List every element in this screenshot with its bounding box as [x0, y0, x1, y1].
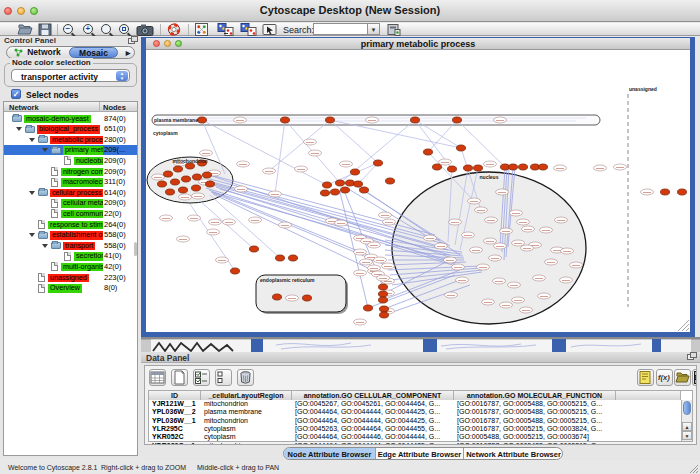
tree-row-label[interactable]: macromolecule — [61, 178, 103, 187]
network-node[interactable] — [341, 187, 350, 193]
network-node[interactable] — [519, 164, 528, 170]
import-table-icon[interactable] — [674, 369, 691, 386]
table-cell[interactable]: cytoplasm — [201, 433, 292, 441]
network-node[interactable] — [360, 187, 369, 193]
zoom-fit-icon[interactable] — [119, 24, 129, 34]
network-node[interactable] — [380, 312, 389, 318]
network-node[interactable] — [379, 284, 388, 290]
scroll-down-icon[interactable]: ▼ — [682, 431, 692, 440]
network-node[interactable] — [386, 178, 395, 184]
network-node[interactable] — [158, 181, 167, 187]
table-cell[interactable]: [GO:0045267, GO:0045261, GO:0044464, G..… — [292, 400, 454, 408]
tab-network[interactable]: Network — [11, 47, 67, 58]
tree-row-label[interactable]: cellular process — [50, 189, 103, 198]
network-node[interactable] — [379, 291, 388, 297]
table-cell[interactable]: [GO:0005488, GO:0005215, GO:0003674] — [454, 433, 616, 441]
network-node[interactable] — [289, 255, 298, 261]
network-node[interactable] — [164, 171, 173, 177]
table-cell[interactable]: YDR039C__1 — [149, 442, 201, 446]
tree-row[interactable]: establishment of lo558(0) — [4, 230, 137, 241]
tree-row-label[interactable]: nucleobase- — [74, 157, 103, 166]
network-node[interactable] — [198, 117, 207, 123]
tree-row[interactable]: macromolecule311(0) — [4, 177, 137, 188]
import-attributes-icon[interactable] — [386, 23, 401, 36]
table-cell[interactable]: [GO:0016787, GO:0005488, GO:0005215, G..… — [454, 442, 616, 446]
network-node[interactable] — [166, 189, 175, 195]
table-cell[interactable]: YKR052C — [149, 433, 201, 441]
network-node[interactable] — [193, 174, 202, 180]
copy-layout-icon[interactable] — [217, 23, 234, 36]
network-overview-icon[interactable] — [195, 23, 208, 36]
function-builder-icon[interactable]: f(x) — [656, 369, 673, 386]
tree-row[interactable]: primary metabo209(... — [4, 145, 137, 156]
search-dropdown-arrow[interactable]: ▼ — [368, 23, 380, 35]
table-cell[interactable]: [GO:0016787, GO:0005215, GO:0003824, G..… — [454, 425, 616, 433]
tab-mosaic[interactable]: Mosaic — [69, 47, 118, 58]
table-cell[interactable]: YPL036W__2 — [149, 408, 201, 416]
network-node[interactable] — [539, 164, 548, 170]
network-node[interactable] — [323, 182, 332, 188]
select-attributes-icon[interactable] — [193, 369, 210, 386]
network-node[interactable] — [424, 149, 433, 155]
attribute-select-icon[interactable] — [149, 369, 166, 386]
tab-edge-attribute-browser[interactable]: Edge Attribute Browser — [376, 448, 464, 460]
tree-row[interactable]: multi-organism pro42(0) — [4, 261, 137, 272]
tree-row-label[interactable]: transport — [63, 242, 95, 251]
tree-row-label[interactable]: biological_process — [37, 125, 100, 134]
tree-row[interactable]: biological_process651(0) — [4, 124, 137, 135]
table-cell[interactable]: mitochondrion — [201, 400, 292, 408]
window-resize-grip[interactable] — [688, 463, 698, 473]
select-nodes-checkbox[interactable]: ✓ — [11, 89, 21, 99]
select-mode-icon[interactable] — [262, 23, 277, 36]
tree-expander-icon[interactable] — [29, 233, 35, 237]
table-cell[interactable]: [GO:0045263, GO:0044464, GO:0044455, G..… — [292, 425, 454, 433]
network-node[interactable] — [379, 297, 388, 303]
table-cell[interactable]: mitochondrion — [201, 417, 292, 425]
network-node[interactable] — [351, 169, 360, 175]
network-node[interactable] — [273, 294, 282, 300]
snapshot-camera-icon[interactable] — [136, 23, 154, 36]
network-node[interactable] — [326, 117, 335, 123]
float-panel-icon[interactable] — [128, 38, 135, 44]
save-icon[interactable] — [38, 23, 52, 36]
table-column-header[interactable]: _cellularLayoutRegion — [201, 391, 292, 400]
tree-row-label[interactable]: mosaic-demo-yeast — [24, 115, 91, 124]
table-scrollbar[interactable]: ▲▼ — [681, 400, 692, 441]
tree-row-label[interactable]: multi-organism pro — [61, 263, 103, 272]
table-cell[interactable]: YLR295C — [149, 425, 201, 433]
tree-row[interactable]: Overview8(0) — [4, 283, 137, 294]
unselect-attributes-icon[interactable] — [215, 369, 232, 386]
network-node[interactable] — [182, 176, 191, 182]
table-cell[interactable]: cytoplasm — [201, 425, 292, 433]
network-node[interactable] — [354, 181, 363, 187]
table-cell[interactable]: [GO:0044464, GO:0044444, GO:0044425, G..… — [292, 417, 454, 425]
network-node[interactable] — [203, 172, 212, 178]
tree-row-label[interactable]: cellular metabo — [61, 199, 103, 208]
table-column-header[interactable]: ID — [149, 391, 201, 400]
network-node[interactable] — [321, 190, 330, 196]
table-cell[interactable]: mitochondrion — [201, 442, 292, 446]
network-node[interactable] — [192, 185, 201, 191]
tree-row[interactable]: secretion41(0) — [4, 251, 137, 262]
table-column-header[interactable]: annotation.GO MOLECULAR_FUNCTION — [454, 391, 616, 400]
network-node[interactable] — [364, 305, 373, 311]
network-node[interactable] — [457, 145, 466, 151]
scrollbar-thumb[interactable] — [683, 401, 691, 415]
network-node[interactable] — [303, 295, 312, 301]
tree-row-label[interactable]: nitrogen compo — [61, 168, 103, 177]
tree-row-label[interactable]: establishment of lo — [50, 231, 103, 240]
tree-row-label[interactable]: unassigned — [48, 274, 89, 283]
tree-row[interactable]: mosaic-demo-yeast874(0) — [4, 113, 137, 124]
table-cell[interactable]: [GO:0044464, GO:0044444, GO:0044425, G..… — [292, 408, 454, 416]
zoom-in-icon[interactable]: + — [83, 24, 93, 34]
network-node[interactable] — [331, 189, 340, 195]
network-node[interactable] — [678, 189, 687, 195]
paste-layout-icon[interactable] — [240, 23, 257, 36]
help-lifering-icon[interactable] — [167, 23, 181, 36]
tree-row[interactable]: cell communicat22(0) — [4, 208, 137, 219]
table-cell[interactable]: [GO:0044464, GO:0044444, GO:0044425, G..… — [292, 442, 454, 446]
node-color-dropdown[interactable]: transporter activity ▲▼ — [11, 69, 130, 82]
tree-row[interactable]: transport558(0) — [4, 240, 137, 251]
tree-scrollbar-thumb[interactable] — [134, 242, 137, 256]
annotation-note-icon[interactable] — [637, 369, 654, 386]
